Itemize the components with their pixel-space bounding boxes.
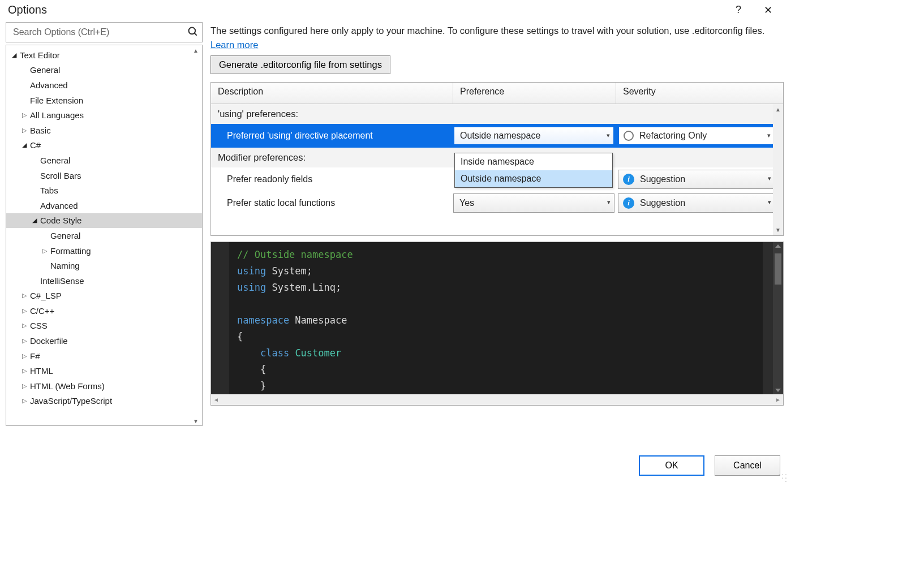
col-preference[interactable]: Preference [453,83,616,104]
triangle-right-icon[interactable]: ▷ [22,111,30,119]
search-icon[interactable] [187,26,199,39]
search-input[interactable] [12,27,187,38]
preference-dropdown-popup[interactable]: Inside namespace Outside namespace [454,153,613,188]
tree-item-label: JavaScript/TypeScript [30,396,112,406]
triangle-right-icon[interactable]: ▷ [22,322,30,329]
close-icon[interactable]: ✕ [764,4,772,16]
tree-item[interactable]: Scroll Bars [6,168,202,183]
tree-item[interactable]: ◢ Code Style [6,213,202,229]
tree-item[interactable]: Naming [6,258,202,273]
triangle-down-icon[interactable]: ◢ [12,51,20,59]
tree-item-label: Dockerfile [30,336,68,346]
tree-item-label: Code Style [40,216,81,225]
grid-header: Description Preference Severity [211,83,783,104]
tree-item[interactable]: ▷ C/C++ [6,303,202,318]
chevron-down-icon: ▾ [768,175,771,182]
tree-item[interactable]: IntelliSense [6,273,202,289]
tree-item[interactable]: ▷ JavaScript/TypeScript [6,394,202,409]
tree-item[interactable]: Advanced [6,198,202,213]
col-severity[interactable]: Severity [616,83,783,104]
option-inside-namespace[interactable]: Inside namespace [455,153,612,170]
row-static-local[interactable]: Prefer static local functions Yes ▾ i Su… [211,191,783,215]
tree-item[interactable]: File Extension [6,93,202,108]
refactoring-icon [624,131,634,141]
triangle-right-icon[interactable]: ▷ [22,352,30,360]
chevron-down-icon: ▾ [767,132,771,139]
tree-item[interactable]: ▷ F# [6,348,202,364]
titlebar: Options ? ✕ [0,0,789,22]
learn-more-link[interactable]: Learn more [210,40,258,50]
chevron-down-icon: ▾ [768,199,771,206]
tree-item[interactable]: ▷ CSS [6,318,202,334]
triangle-right-icon[interactable]: ▷ [22,382,30,390]
tree-item-label: Formatting [50,246,91,256]
triangle-down-icon[interactable]: ◢ [32,217,40,224]
tree-item-label: IntelliSense [40,276,84,286]
triangle-right-icon[interactable]: ▷ [22,367,30,374]
cancel-button[interactable]: Cancel [715,455,780,476]
ok-button[interactable]: OK [639,455,704,476]
triangle-right-icon[interactable]: ▷ [22,307,30,315]
tree-item-label: General [30,65,60,75]
chevron-down-icon: ▾ [607,199,611,206]
help-icon[interactable]: ? [736,4,741,16]
search-input-wrap[interactable] [6,22,203,42]
tree-item[interactable]: ▷ C#_LSP [6,289,202,304]
tree-item[interactable]: ▷ HTML [6,363,202,378]
triangle-right-icon[interactable]: ▷ [42,247,50,255]
row-using-placement[interactable]: Preferred 'using' directive placement Ou… [211,124,783,148]
tree-item-label: General [50,231,80,240]
tree-item[interactable]: ◢ C# [6,138,202,153]
svg-line-1 [195,33,197,35]
tree-item-label: F# [30,351,40,361]
tree-item-label: Text Editor [20,50,60,60]
pref-dropdown-using[interactable]: Outside namespace ▾ [453,126,614,145]
suggestion-icon: i [623,174,634,185]
generate-editorconfig-button[interactable]: Generate .editorconfig file from setting… [210,55,390,74]
tree-item[interactable]: General [6,153,202,168]
tree-item[interactable]: ▷ Dockerfile [6,333,202,348]
options-tree[interactable]: ▲▼ ◢ Text Editor General Advanced File E… [6,45,203,426]
resize-grip[interactable]: ∙∙∙ ∙∙ ∙ [778,472,788,483]
tree-item[interactable]: Advanced [6,78,202,93]
triangle-down-icon[interactable]: ◢ [22,141,30,149]
pref-dropdown-static[interactable]: Yes ▾ [453,193,614,213]
tree-item[interactable]: General [6,228,202,243]
svg-point-0 [189,27,196,34]
tree-item-label: HTML (Web Forms) [30,381,105,391]
code-vscrollbar[interactable] [773,242,783,394]
tree-item[interactable]: ◢ Text Editor [6,48,202,63]
tree-item[interactable]: Tabs [6,183,202,198]
option-outside-namespace[interactable]: Outside namespace [455,170,612,187]
tree-scrollbar[interactable]: ▲▼ [191,48,201,424]
code-preview-pane: // Outside namespace using System; using… [210,242,784,406]
sev-dropdown-using[interactable]: Refactoring Only ▾ [618,126,775,145]
triangle-right-icon[interactable]: ▷ [22,397,30,404]
tree-item[interactable]: General [6,63,202,78]
tree-item-label: HTML [30,366,53,376]
tree-item-label: Basic [30,126,51,135]
tree-item-label: General [40,156,70,165]
tree-item[interactable]: ▷ Basic [6,123,202,138]
tree-item[interactable]: ▷ All Languages [6,107,202,123]
tree-item-label: File Extension [30,96,83,105]
suggestion-icon: i [623,197,634,209]
tree-item[interactable]: ▷ HTML (Web Forms) [6,378,202,394]
col-description[interactable]: Description [211,83,453,104]
code-hscrollbar[interactable]: ◄► [211,394,783,405]
tree-item-label: All Languages [30,110,84,120]
tree-item-label: C/C++ [30,306,54,316]
window-title: Options [8,3,47,16]
tree-item-label: Naming [50,261,80,270]
sev-dropdown-static[interactable]: i Suggestion ▾ [618,193,775,213]
sev-dropdown-readonly[interactable]: i Suggestion ▾ [618,170,775,189]
grid-scrollbar[interactable]: ▲▼ [773,104,783,235]
tree-item[interactable]: ▷ Formatting [6,243,202,259]
code-style-grid: Description Preference Severity 'using' … [210,82,784,236]
triangle-right-icon[interactable]: ▷ [22,127,30,134]
tree-item-label: Advanced [30,80,68,90]
triangle-right-icon[interactable]: ▷ [22,292,30,299]
tree-item-label: CSS [30,321,48,330]
code-preview: // Outside namespace using System; using… [229,242,773,394]
triangle-right-icon[interactable]: ▷ [22,337,30,345]
